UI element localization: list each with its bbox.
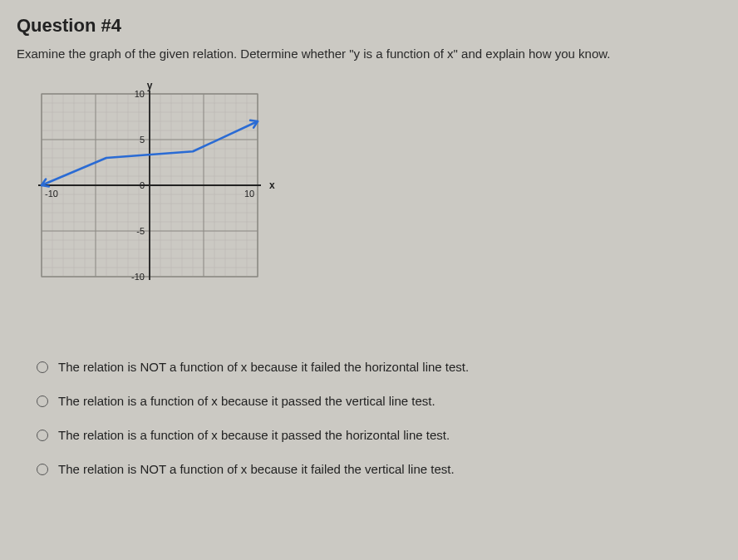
question-prompt: Examine the graph of the given relation.… <box>17 47 721 61</box>
option-d[interactable]: The relation is NOT a function of x beca… <box>37 462 721 476</box>
answer-options: The relation is NOT a function of x beca… <box>37 360 721 476</box>
svg-text:10: 10 <box>244 189 254 199</box>
svg-text:-5: -5 <box>136 226 145 236</box>
option-a[interactable]: The relation is NOT a function of x beca… <box>37 360 721 374</box>
graph-svg: -10-50510-1010yx <box>23 77 289 293</box>
option-label: The relation is NOT a function of x beca… <box>58 360 469 374</box>
svg-text:x: x <box>269 179 275 191</box>
radio-icon <box>37 361 48 373</box>
option-label: The relation is a function of x because … <box>58 428 450 442</box>
svg-text:y: y <box>147 80 153 91</box>
svg-text:0: 0 <box>140 180 145 190</box>
graph-chart: -10-50510-1010yx <box>23 77 721 293</box>
radio-icon <box>37 464 48 475</box>
option-c[interactable]: The relation is a function of x because … <box>37 428 721 442</box>
radio-icon <box>37 395 48 407</box>
radio-icon <box>37 430 48 441</box>
svg-text:5: 5 <box>140 135 145 145</box>
option-b[interactable]: The relation is a function of x because … <box>37 394 721 408</box>
svg-text:10: 10 <box>135 89 145 99</box>
question-title: Question #4 <box>17 15 721 37</box>
option-label: The relation is NOT a function of x beca… <box>58 462 455 476</box>
svg-text:-10: -10 <box>45 189 58 199</box>
option-label: The relation is a function of x because … <box>58 394 435 408</box>
svg-text:-10: -10 <box>131 272 145 282</box>
